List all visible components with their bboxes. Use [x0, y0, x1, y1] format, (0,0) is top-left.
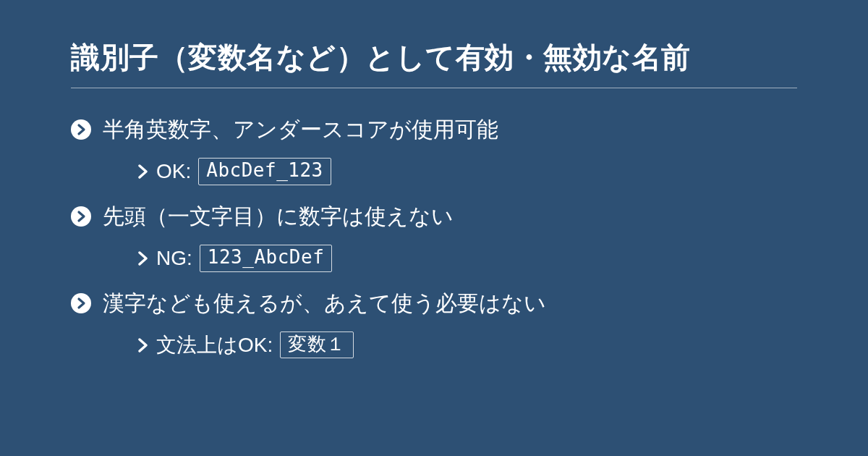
- chevron-right-icon: [137, 251, 149, 266]
- list-item-text: 半角英数字、アンダースコアが使用可能: [103, 114, 498, 145]
- code-example: AbcDef_123: [198, 158, 331, 185]
- list-item-text: 漢字なども使えるが、あえて使う必要はない: [103, 288, 546, 318]
- code-example: 123_AbcDef: [200, 245, 333, 272]
- bullet-icon: [71, 119, 91, 140]
- list-item: 半角英数字、アンダースコアが使用可能 OK: AbcDef_123: [71, 114, 797, 185]
- list-item-sub: 文法上はOK: 変数１: [137, 332, 797, 359]
- slide-title: 識別子（変数名など）として有効・無効な名前: [71, 38, 797, 88]
- bullet-icon: [71, 206, 91, 227]
- code-example: 変数１: [280, 332, 354, 359]
- list-item: 先頭（一文字目）に数字は使えない NG: 123_AbcDef: [71, 201, 797, 272]
- list-item: 漢字なども使えるが、あえて使う必要はない 文法上はOK: 変数１: [71, 288, 797, 359]
- chevron-right-icon: [137, 164, 149, 179]
- list-item-text: 先頭（一文字目）に数字は使えない: [103, 201, 454, 232]
- chevron-right-icon: [137, 338, 149, 352]
- bullet-icon: [71, 293, 91, 313]
- list-item-main: 漢字なども使えるが、あえて使う必要はない: [71, 288, 797, 318]
- list-item-sub: NG: 123_AbcDef: [137, 245, 797, 272]
- list-item-main: 半角英数字、アンダースコアが使用可能: [71, 114, 797, 145]
- list-item-sub: OK: AbcDef_123: [137, 158, 797, 185]
- svg-point-2: [71, 293, 91, 313]
- sub-label: 文法上はOK:: [156, 332, 273, 359]
- sub-label: NG:: [156, 247, 192, 270]
- sub-label: OK:: [156, 160, 191, 183]
- list-item-main: 先頭（一文字目）に数字は使えない: [71, 201, 797, 232]
- svg-point-1: [71, 206, 91, 227]
- svg-point-0: [71, 119, 91, 140]
- slide-body: 半角英数字、アンダースコアが使用可能 OK: AbcDef_123 先頭（一文字…: [71, 114, 797, 359]
